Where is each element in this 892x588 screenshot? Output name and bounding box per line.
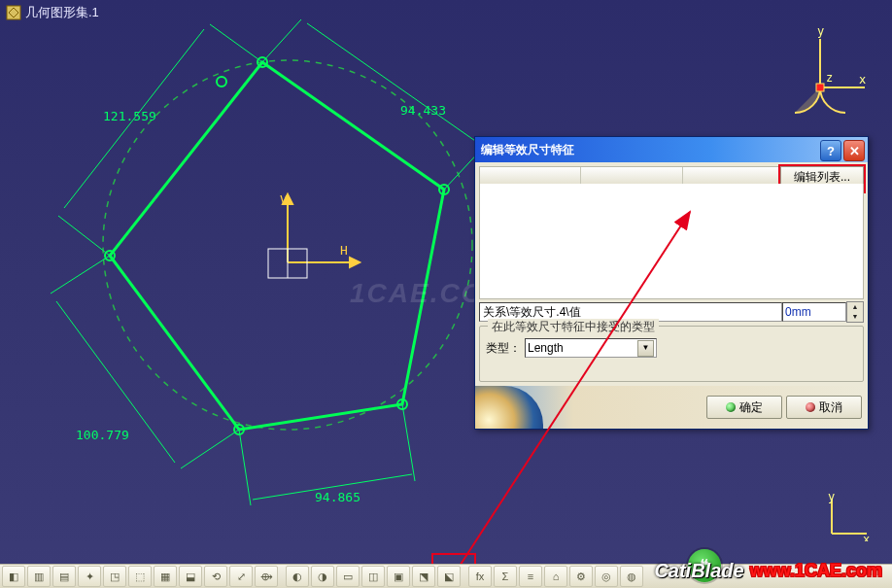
spin-up-icon[interactable]: ▲ — [847, 302, 863, 312]
dim-lower-left[interactable]: 100.779 — [76, 428, 129, 442]
toolbar-button[interactable]: ✦ — [78, 566, 101, 587]
toolbar-button[interactable]: ◐ — [286, 566, 309, 587]
ok-button-label: 确定 — [739, 399, 763, 416]
toolbar-button[interactable]: ▥ — [27, 566, 51, 587]
svg-text:x: x — [859, 73, 866, 86]
svg-text:x: x — [863, 533, 870, 541]
toolbar-button[interactable]: ▤ — [52, 566, 76, 587]
toolbar-button[interactable]: ⚙ — [569, 566, 593, 587]
toolbar-button[interactable]: ▭ — [336, 566, 360, 587]
svg-point-5 — [397, 399, 407, 409]
axis-indicator[interactable]: y x z — [772, 27, 869, 124]
ok-led-icon — [726, 402, 736, 412]
dialog-globe-decoration — [475, 386, 543, 429]
svg-point-8 — [217, 77, 226, 86]
dialog-title-text: 编辑等效尺寸特征 — [481, 142, 574, 158]
toolbar-button[interactable]: Σ — [494, 566, 517, 587]
axis-indicator-small[interactable]: y x — [824, 493, 873, 541]
accepted-types-group: 在此等效尺寸特征中接受的类型 类型： Length ▼ — [479, 326, 864, 382]
svg-text:y: y — [828, 493, 835, 503]
dialog-titlebar[interactable]: 编辑等效尺寸特征 ? ✕ — [475, 137, 868, 162]
dialog-footer: 确定 取消 — [475, 386, 868, 429]
svg-marker-2 — [110, 62, 444, 430]
dimension-value-spinner[interactable]: ▲ ▼ — [846, 301, 864, 323]
cancel-led-icon — [806, 402, 815, 412]
type-label: 类型： — [486, 340, 521, 357]
svg-line-12 — [262, 19, 301, 62]
toolbar-button[interactable]: ▦ — [154, 566, 177, 587]
toolbar-button[interactable]: ◑ — [311, 566, 334, 587]
toolbar-button[interactable]: ◧ — [2, 566, 25, 587]
svg-text:z: z — [826, 71, 833, 85]
dim-bottom[interactable]: 94.865 — [315, 490, 360, 504]
svg-point-7 — [105, 251, 115, 260]
dimension-value-input[interactable] — [782, 302, 846, 322]
toolbar-button[interactable]: ⌂ — [544, 566, 567, 587]
svg-line-14 — [307, 23, 478, 143]
toolbar-button[interactable]: ▣ — [387, 566, 410, 587]
cancel-button[interactable]: 取消 — [786, 396, 862, 419]
dim-top-right[interactable]: 94.433 — [400, 103, 446, 118]
geometry-set-icon — [6, 5, 21, 20]
svg-rect-25 — [268, 249, 307, 278]
dim-top-left[interactable]: 121.559 — [103, 109, 156, 123]
svg-marker-24 — [283, 194, 292, 204]
axis-v-label: V — [280, 192, 288, 207]
type-select-value: Length — [528, 341, 564, 355]
svg-line-16 — [181, 430, 239, 468]
svg-point-3 — [257, 57, 267, 67]
toolbar-button[interactable]: ⬓ — [179, 566, 202, 587]
svg-line-17 — [56, 301, 175, 463]
toolbar-button[interactable]: ◍ — [620, 566, 643, 587]
toolbar-button[interactable]: ◳ — [103, 566, 126, 587]
svg-line-11 — [64, 29, 204, 208]
toolbar-button[interactable]: ⬚ — [128, 566, 152, 587]
svg-line-15 — [51, 256, 110, 294]
svg-text:y: y — [817, 24, 824, 38]
toolbar-button[interactable]: ⬕ — [437, 566, 461, 587]
toolbar-button[interactable]: ⟴ — [255, 566, 278, 587]
toolbar-button[interactable]: ⤢ — [229, 566, 253, 587]
toolbar-button[interactable]: fx — [468, 566, 492, 587]
toolbar-button[interactable]: ≡ — [519, 566, 542, 587]
dialog-help-button[interactable]: ? — [820, 140, 841, 161]
type-select[interactable]: Length ▼ — [525, 338, 657, 358]
dialog-close-button[interactable]: ✕ — [843, 140, 865, 161]
svg-line-9 — [58, 216, 110, 256]
cancel-button-label: 取消 — [819, 399, 842, 416]
ok-button[interactable]: 确定 — [706, 396, 782, 419]
svg-point-6 — [234, 425, 244, 434]
toolbar-button[interactable]: ⟲ — [204, 566, 227, 587]
spin-down-icon[interactable]: ▼ — [847, 312, 863, 322]
toolbar-button[interactable]: ⬔ — [412, 566, 435, 587]
axis-h-label: H — [340, 243, 348, 258]
catia-viewport[interactable]: 几何图形集.1 — [0, 0, 892, 588]
svg-point-1 — [103, 60, 472, 430]
chevron-down-icon[interactable]: ▼ — [637, 340, 654, 357]
svg-line-20 — [253, 474, 412, 500]
spec-tree-root[interactable]: 几何图形集.1 — [6, 4, 99, 21]
list-area[interactable] — [479, 184, 864, 299]
svg-rect-29 — [816, 84, 824, 91]
svg-line-19 — [402, 404, 415, 481]
equivalent-dimension-dialog[interactable]: 编辑等效尺寸特征 ? ✕ 编辑列表... ▲ ▼ 在此等效 — [474, 136, 869, 430]
svg-line-18 — [239, 430, 251, 505]
site-watermark: CatiBlade www.1CAE.com — [654, 560, 882, 582]
svg-marker-23 — [350, 258, 360, 267]
svg-point-4 — [439, 185, 449, 194]
accepted-types-title: 在此等效尺寸特征中接受的类型 — [488, 319, 659, 335]
toolbar-button[interactable]: ◎ — [595, 566, 618, 587]
spec-tree-root-label: 几何图形集.1 — [25, 4, 99, 21]
toolbar-button[interactable]: ◫ — [361, 566, 385, 587]
svg-line-10 — [210, 24, 262, 62]
